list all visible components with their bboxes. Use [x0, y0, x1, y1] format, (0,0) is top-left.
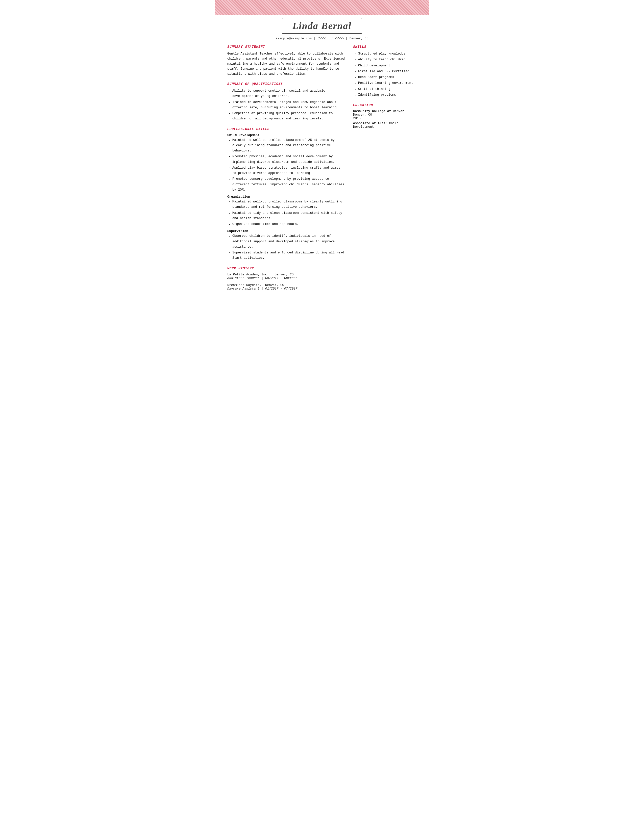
name-box: Linda Bernal	[282, 18, 362, 34]
school-year: 2016	[353, 117, 417, 120]
work-entry-1: La Petite Academy Inc.. Denver, CO Assis…	[227, 273, 346, 280]
list-item: Observed children to identify individual…	[232, 233, 346, 250]
work-role-1: Assistant Teacher | 08/2017 - Current	[227, 277, 346, 280]
email: example@example.com	[275, 37, 312, 40]
school-location: Denver, CO	[353, 113, 417, 117]
list-item: Child development	[358, 63, 417, 68]
list-item: Positive learning environment	[358, 80, 417, 86]
sup-subtitle: Supervision	[227, 230, 346, 233]
skills-list: Structured play knowledge Ability to tea…	[353, 51, 417, 98]
company-name-2: Dreamland Daycare. Denver, CO	[227, 283, 346, 287]
degree: Associate of Arts: Child Development	[353, 122, 417, 129]
org-subtitle: Organization	[227, 195, 346, 199]
list-item: Maintained well-controlled classroom of …	[232, 138, 346, 154]
work-entry-2: Dreamland Daycare. Denver, CO Daycare As…	[227, 283, 346, 291]
school-name: Community College of Denver	[353, 109, 417, 113]
location: Denver, CO	[349, 37, 369, 40]
summary-title: SUMMARY STATEMENT	[227, 45, 346, 49]
list-item: Competent at providing quality preschool…	[232, 111, 346, 122]
contact-line: example@example.com | (555) 555-5555 | D…	[215, 37, 429, 40]
list-item: First Aid and CPR Certified	[358, 69, 417, 74]
phone: (555) 555-5555	[317, 37, 344, 40]
list-item: Promoted physical, academic and social d…	[232, 154, 346, 165]
list-item: Identifying problems	[358, 92, 417, 98]
list-item: Ability to support emotional, social and…	[232, 88, 346, 99]
list-item: Organized snack time and nap hours.	[232, 222, 346, 227]
right-column: SKILLS Structured play knowledge Ability…	[353, 45, 417, 294]
list-item: Critical thinking	[358, 87, 417, 92]
company-name-1: La Petite Academy Inc.. Denver, CO	[227, 273, 346, 277]
list-item: Trained in developmental stages and know…	[232, 100, 346, 111]
professional-title: PROFESSIONAL SKILLS	[227, 127, 346, 131]
child-dev-subtitle: Child Development	[227, 133, 346, 137]
list-item: Ability to teach children	[358, 57, 417, 62]
qualifications-title: SUMMARY OF QUALIFICATIONS	[227, 82, 346, 86]
name-section: Linda Bernal	[215, 18, 429, 34]
list-item: Maintained well-controlled classrooms by…	[232, 199, 346, 210]
list-item: Head Start programs	[358, 75, 417, 80]
content-area: SUMMARY STATEMENT Gentle Assistant Teach…	[215, 45, 429, 304]
separator1: |	[313, 37, 317, 40]
skills-title: SKILLS	[353, 45, 417, 49]
list-item: Promoted sensory development by providin…	[232, 177, 346, 193]
work-title: WORK HISTORY	[227, 267, 346, 270]
list-item: Structured play knowledge	[358, 51, 417, 56]
left-column: SUMMARY STATEMENT Gentle Assistant Teach…	[227, 45, 346, 294]
list-item: Supervised students and enforced discipl…	[232, 250, 346, 261]
separator2: |	[346, 37, 349, 40]
work-role-2: Daycare Assistant | 01/2017 - 07/2017	[227, 287, 346, 291]
qualifications-list: Ability to support emotional, social and…	[227, 88, 346, 122]
list-item: Applied play-based strategies, including…	[232, 165, 346, 176]
education-title: EDUCATION	[353, 103, 417, 107]
child-dev-list: Maintained well-controlled classroom of …	[227, 138, 346, 193]
list-item: Maintained tidy and clean classroom cons…	[232, 211, 346, 221]
header-banner	[215, 0, 429, 15]
candidate-name: Linda Bernal	[293, 21, 351, 31]
sup-list: Observed children to identify individual…	[227, 233, 346, 261]
org-list: Maintained well-controlled classrooms by…	[227, 199, 346, 227]
summary-text: Gentle Assistant Teacher effectively abl…	[227, 51, 346, 77]
